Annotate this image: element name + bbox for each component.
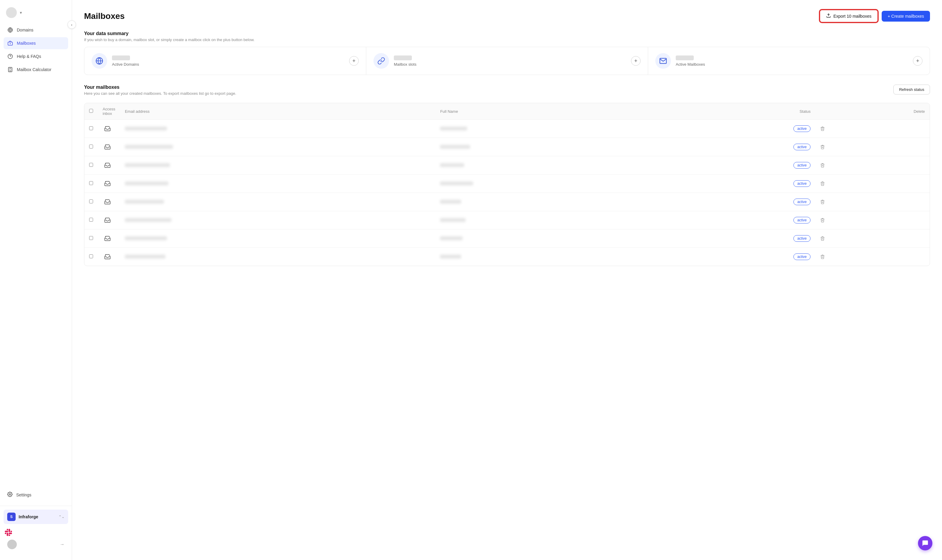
email-blurred bbox=[125, 218, 171, 222]
sidebar-item-domains[interactable]: Domains bbox=[4, 24, 68, 36]
delete-button[interactable] bbox=[820, 126, 825, 131]
th-full-name: Full Name bbox=[435, 103, 669, 120]
gear-icon bbox=[7, 492, 12, 498]
inbox-icon[interactable] bbox=[103, 197, 112, 207]
mailboxes-section: Your mailboxes Here you can see all your… bbox=[84, 85, 930, 266]
org-selector[interactable]: S Infraforge ⌃⌄ bbox=[4, 509, 68, 524]
sidebar-item-label: Mailbox Calculator bbox=[17, 67, 51, 72]
slack-icon[interactable] bbox=[4, 528, 13, 537]
inbox-icon[interactable] bbox=[103, 124, 112, 134]
mailboxes-table-wrap: Access inbox Email address Full Name Sta… bbox=[84, 103, 930, 266]
status-badge: active bbox=[793, 125, 811, 132]
header-actions: Export 10 mailboxes + Create mailboxes bbox=[820, 9, 930, 23]
name-blurred bbox=[440, 145, 470, 149]
inbox-icon[interactable] bbox=[103, 234, 112, 243]
avatar bbox=[7, 540, 17, 549]
domains-label: Active Domains bbox=[112, 62, 344, 66]
email-blurred bbox=[125, 236, 167, 240]
delete-button[interactable] bbox=[820, 236, 825, 241]
sidebar-logo: ▾ bbox=[0, 5, 72, 24]
export-icon bbox=[826, 13, 831, 19]
page-header: Mailboxes Export 10 mailboxes + Create m… bbox=[84, 9, 930, 23]
table-row: active bbox=[84, 229, 930, 248]
active-domains-icon-wrap bbox=[92, 53, 107, 69]
data-summary-section: Your data summary If you wish to buy a d… bbox=[84, 31, 930, 75]
email-blurred bbox=[125, 182, 168, 185]
status-badge: active bbox=[793, 235, 811, 242]
row-checkbox[interactable] bbox=[89, 200, 93, 203]
table-body: active bbox=[84, 120, 930, 266]
th-delete: Delete bbox=[815, 103, 930, 120]
delete-button[interactable] bbox=[820, 181, 825, 186]
create-button-label: + Create mailboxes bbox=[888, 14, 924, 18]
chevron-down-icon[interactable]: ▾ bbox=[20, 10, 22, 15]
slots-count bbox=[394, 55, 412, 60]
inbox-icon[interactable] bbox=[103, 252, 112, 262]
plus-icon: + bbox=[634, 58, 638, 64]
sidebar-collapse-button[interactable]: ‹ bbox=[68, 20, 76, 29]
create-mailboxes-button[interactable]: + Create mailboxes bbox=[882, 11, 930, 22]
mailboxes-title: Your mailboxes bbox=[84, 85, 236, 90]
row-checkbox[interactable] bbox=[89, 145, 93, 148]
page-title: Mailboxes bbox=[84, 11, 125, 21]
collapse-icon: ‹ bbox=[71, 23, 72, 27]
delete-button[interactable] bbox=[820, 200, 825, 204]
refresh-status-label: Refresh status bbox=[899, 87, 924, 92]
delete-button[interactable] bbox=[820, 254, 825, 259]
sidebar-item-help[interactable]: Help & FAQs bbox=[4, 51, 68, 62]
mailboxes-label: Active Mailboxes bbox=[676, 62, 908, 66]
row-checkbox[interactable] bbox=[89, 126, 93, 130]
status-badge: active bbox=[793, 217, 811, 223]
inbox-icon[interactable] bbox=[103, 160, 112, 170]
row-checkbox[interactable] bbox=[89, 218, 93, 222]
inbox-icon[interactable] bbox=[103, 179, 112, 188]
mailbox-slots-icon-wrap bbox=[373, 53, 389, 69]
org-icon: S bbox=[7, 512, 15, 521]
add-domain-button[interactable]: + bbox=[349, 56, 359, 66]
org-chevron-icon: ⌃⌄ bbox=[59, 515, 65, 519]
status-badge: active bbox=[793, 162, 811, 169]
plus-icon: + bbox=[352, 58, 356, 64]
domains-count bbox=[112, 55, 130, 60]
table-header: Access inbox Email address Full Name Sta… bbox=[84, 103, 930, 120]
add-slots-button[interactable]: + bbox=[631, 56, 641, 66]
refresh-status-button[interactable]: Refresh status bbox=[893, 85, 930, 94]
calculator-icon bbox=[7, 66, 13, 72]
status-badge: active bbox=[793, 144, 811, 150]
inbox-icon[interactable] bbox=[103, 215, 112, 225]
row-checkbox[interactable] bbox=[89, 236, 93, 240]
inbox-icon[interactable] bbox=[103, 142, 112, 152]
name-blurred bbox=[440, 236, 463, 240]
add-mailboxes-button[interactable]: + bbox=[913, 56, 922, 66]
logo-placeholder bbox=[6, 7, 17, 18]
name-blurred bbox=[440, 200, 461, 204]
export-mailboxes-button[interactable]: Export 10 mailboxes bbox=[820, 9, 878, 23]
sidebar-item-settings[interactable]: Settings bbox=[4, 489, 68, 501]
sidebar-item-label: Settings bbox=[16, 492, 31, 497]
name-blurred bbox=[440, 182, 473, 185]
chat-support-button[interactable] bbox=[918, 536, 933, 551]
card-info-domains: Active Domains bbox=[112, 55, 344, 66]
delete-button[interactable] bbox=[820, 163, 825, 168]
sidebar-item-calculator[interactable]: Mailbox Calculator bbox=[4, 64, 68, 75]
row-checkbox[interactable] bbox=[89, 163, 93, 167]
status-badge: active bbox=[793, 198, 811, 205]
table-row: active bbox=[84, 248, 930, 266]
row-checkbox[interactable] bbox=[89, 181, 93, 185]
card-info-slots: Mailbox slots bbox=[394, 55, 626, 66]
email-blurred bbox=[125, 145, 173, 149]
sidebar-item-label: Mailboxes bbox=[17, 41, 36, 46]
sidebar: ▾ ‹ Domains bbox=[0, 0, 72, 560]
delete-button[interactable] bbox=[820, 145, 825, 149]
delete-button[interactable] bbox=[820, 218, 825, 223]
sidebar-item-mailboxes[interactable]: Mailboxes bbox=[4, 37, 68, 49]
org-label: Infraforge bbox=[19, 514, 56, 519]
sidebar-item-label: Help & FAQs bbox=[17, 54, 41, 59]
select-all-checkbox[interactable] bbox=[89, 109, 93, 113]
summary-title: Your data summary bbox=[84, 31, 930, 36]
logout-icon[interactable]: → bbox=[60, 542, 65, 547]
row-checkbox[interactable] bbox=[89, 254, 93, 258]
card-active-mailboxes: Active Mailboxes + bbox=[648, 47, 930, 75]
table-row: active bbox=[84, 120, 930, 138]
email-blurred bbox=[125, 255, 165, 258]
